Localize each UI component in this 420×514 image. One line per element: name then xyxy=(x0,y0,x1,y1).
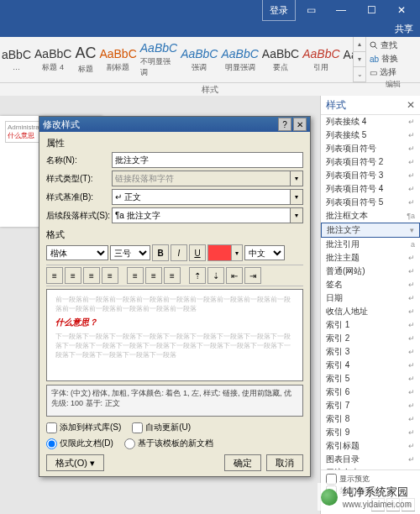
style-list-item[interactable]: 批注框文本¶a xyxy=(321,209,420,223)
replace-button[interactable]: ab替换 xyxy=(370,53,417,65)
based-on-dropdown-icon[interactable]: ▾ xyxy=(291,189,303,205)
style-list-item[interactable]: 索引 2↵ xyxy=(321,332,420,345)
indent-dec-button[interactable]: ⇤ xyxy=(226,267,243,284)
style-preview: 前一段落前一段落前一段落前一段落前一段落前一段落前一段落前一段落前一段落前一段落… xyxy=(46,289,303,381)
watermark: 纯净系统家园 www.yidaimei.com xyxy=(318,483,415,511)
style-list-item[interactable]: 收信人地址↵ xyxy=(321,305,420,318)
name-input[interactable] xyxy=(112,152,303,168)
style-list-item[interactable]: 批注引用a xyxy=(321,238,420,251)
style-list-item[interactable]: 索引 7↵ xyxy=(321,399,420,412)
line-spacing-2-button[interactable]: ≡ xyxy=(164,267,181,284)
next-style-select[interactable] xyxy=(112,207,291,223)
style-gallery-item[interactable]: AaBbC标题 4 xyxy=(34,40,72,79)
style-list-item[interactable]: 索引 5↵ xyxy=(321,372,420,386)
style-list-item[interactable]: 列表接续 4↵ xyxy=(321,115,420,128)
style-list-item[interactable]: 批注文字▾ xyxy=(321,223,420,238)
line-spacing-15-button[interactable]: ≡ xyxy=(145,267,162,284)
align-left-button[interactable]: ≡ xyxy=(46,267,63,284)
style-gallery-item[interactable]: AaBbC引用 xyxy=(302,40,340,79)
watermark-logo-icon xyxy=(321,489,338,506)
style-list-item[interactable]: 列表项目符号 4↵ xyxy=(321,182,420,196)
ribbon-subbar: 共享 xyxy=(0,20,420,37)
space-before-inc-button[interactable]: ⇡ xyxy=(189,267,206,284)
gallery-scroll[interactable]: ▴▾⌄ xyxy=(353,37,365,82)
ribbon-display-options-icon[interactable]: ▭ xyxy=(296,0,326,20)
style-list-item[interactable]: 索引 1↵ xyxy=(321,318,420,332)
style-list-item[interactable]: 列表项目符号 2↵ xyxy=(321,155,420,169)
ribbon: aBbC…AaBbC标题 4AC标题AaBbC副标题AaBbC不明显强调AaBb… xyxy=(0,37,420,83)
find-button[interactable]: 查找 xyxy=(370,39,417,51)
next-style-label: 后续段落样式(S): xyxy=(46,210,112,222)
style-list-item[interactable]: 索引 4↵ xyxy=(321,359,420,372)
language-select[interactable]: 中文 xyxy=(244,245,285,260)
close-button[interactable]: ✕ xyxy=(386,0,417,20)
ok-button[interactable]: 确定 xyxy=(224,454,261,471)
space-before-dec-button[interactable]: ⇣ xyxy=(207,267,224,284)
font-color-button[interactable]: ▾ xyxy=(207,244,243,261)
styles-pane-title: 样式 xyxy=(326,98,346,113)
styles-pane: 样式 ✕ 列表接续 4↵列表接续 5↵列表项目符号↵列表项目符号 2↵列表项目符… xyxy=(320,96,420,514)
style-list-item[interactable]: 索引标题↵ xyxy=(321,439,420,453)
select-button[interactable]: ▭选择 xyxy=(370,66,417,78)
style-gallery-item[interactable]: AaBbC… xyxy=(343,40,353,79)
styles-gallery[interactable]: aBbC…AaBbC标题 4AC标题AaBbC副标题AaBbC不明显强调AaBb… xyxy=(0,37,353,82)
style-list-item[interactable]: 索引 6↵ xyxy=(321,386,420,399)
dialog-title: 修改样式 xyxy=(43,118,80,131)
based-on-label: 样式基准(B): xyxy=(46,191,112,203)
only-this-doc-radio[interactable]: 仅限此文档(D) xyxy=(46,438,113,448)
font-family-select[interactable]: 楷体 xyxy=(46,245,108,260)
template-docs-radio[interactable]: 基于该模板的新文档 xyxy=(124,438,213,448)
style-gallery-item[interactable]: AaBbC不明显强调 xyxy=(139,40,178,79)
dialog-close-button[interactable]: ✕ xyxy=(293,118,307,131)
type-label: 样式类型(T): xyxy=(46,173,112,185)
style-list-item[interactable]: 批注主题↵ xyxy=(321,251,420,265)
style-list-item[interactable]: 索引 9↵ xyxy=(321,426,420,439)
style-list-item[interactable]: 签名↵ xyxy=(321,278,420,291)
login-button[interactable]: 登录 xyxy=(262,0,296,21)
auto-update-checkbox[interactable]: 自动更新(U) xyxy=(132,422,191,432)
style-list-item[interactable]: 索引 8↵ xyxy=(321,412,420,426)
based-on-select[interactable] xyxy=(112,189,291,205)
style-list-item[interactable]: 日期↵ xyxy=(321,291,420,305)
align-center-button[interactable]: ≡ xyxy=(65,267,81,284)
style-description: 字体: (中文) 楷体, 加粗, 字体颜色: 着色 1, 左, 样式: 链接, … xyxy=(46,385,303,417)
next-style-dropdown-icon[interactable]: ▾ xyxy=(291,207,303,223)
style-list-item[interactable]: 列表项目符号 3↵ xyxy=(321,169,420,182)
style-list-item[interactable]: 列表项目符号 5↵ xyxy=(321,196,420,209)
indent-inc-button[interactable]: ⇥ xyxy=(244,267,261,284)
minimize-button[interactable]: — xyxy=(326,0,356,20)
maximize-button[interactable]: ☐ xyxy=(356,0,386,20)
add-to-gallery-checkbox[interactable]: 添加到样式库(S) xyxy=(46,422,121,432)
type-select xyxy=(112,170,291,186)
type-dropdown-icon: ▾ xyxy=(291,170,303,186)
format-menu-button[interactable]: 格式(O) ▾ xyxy=(46,454,104,471)
styles-list[interactable]: 列表接续 4↵列表接续 5↵列表项目符号↵列表项目符号 2↵列表项目符号 3↵列… xyxy=(321,115,420,469)
name-label: 名称(N): xyxy=(46,155,112,166)
window-titlebar: 登录 ▭ — ☐ ✕ xyxy=(0,0,420,20)
italic-button[interactable]: I xyxy=(171,244,187,261)
style-gallery-item[interactable]: AaBbC强调 xyxy=(180,40,218,79)
dialog-help-button[interactable]: ? xyxy=(278,118,291,131)
underline-button[interactable]: U xyxy=(189,244,206,261)
style-gallery-item[interactable]: AC标题 xyxy=(74,40,97,79)
style-gallery-item[interactable]: AaBbC副标题 xyxy=(98,40,137,79)
modify-style-dialog: 修改样式 ? ✕ 属性 名称(N): 样式类型(T):▾ 样式基准(B):▾ 后… xyxy=(39,116,311,477)
style-list-item[interactable]: 图表目录↵ xyxy=(321,453,420,466)
cancel-button[interactable]: 取消 xyxy=(266,454,303,471)
bold-button[interactable]: B xyxy=(152,244,169,261)
style-list-item[interactable]: 列表接续 5↵ xyxy=(321,128,420,142)
properties-section-label: 属性 xyxy=(46,137,303,149)
style-list-item[interactable]: 索引 3↵ xyxy=(321,345,420,359)
style-list-item[interactable]: 普通(网站)↵ xyxy=(321,265,420,278)
editing-group: 查找 ab替换 ▭选择 编辑 xyxy=(365,37,420,82)
style-list-item[interactable]: 列表项目符号↵ xyxy=(321,142,420,155)
font-size-select[interactable]: 三号 xyxy=(110,245,150,260)
style-gallery-item[interactable]: aBbC… xyxy=(1,40,32,79)
align-right-button[interactable]: ≡ xyxy=(83,267,100,284)
style-gallery-item[interactable]: AaBbC要点 xyxy=(261,40,300,79)
styles-pane-close-icon[interactable]: ✕ xyxy=(407,99,415,111)
line-spacing-1-button[interactable]: ≡ xyxy=(127,267,144,284)
align-justify-button[interactable]: ≡ xyxy=(102,267,118,284)
share-button[interactable]: 共享 xyxy=(390,23,413,35)
style-gallery-item[interactable]: AaBbC明显强调 xyxy=(220,40,259,79)
